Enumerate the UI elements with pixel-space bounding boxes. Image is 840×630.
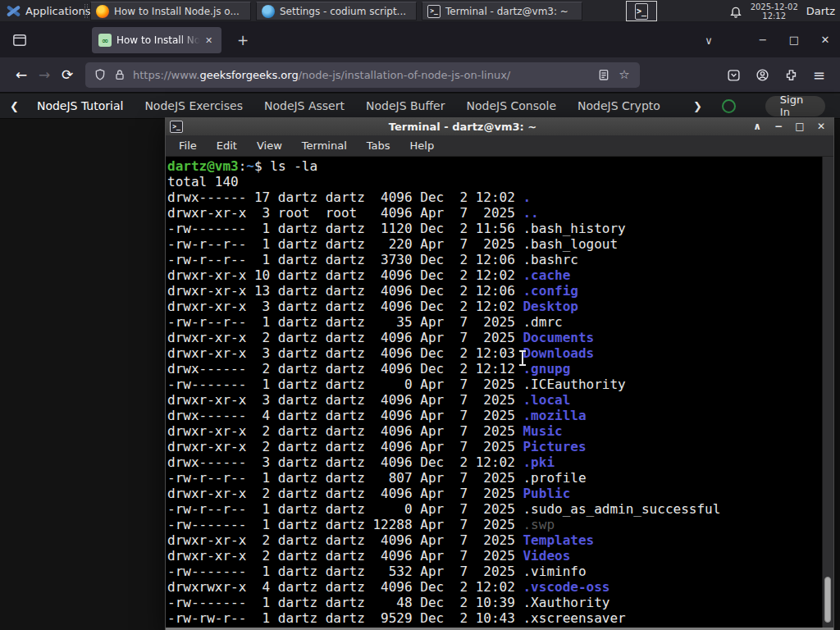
file-name: .dmrc [523, 314, 562, 330]
url-bar[interactable]: https://www.geeksforgeeks.org/node-js/in… [85, 62, 640, 88]
terminal-line: drwxr-xr-x 2 dartz dartz 4096 Apr 7 2025… [167, 439, 820, 454]
lock-icon[interactable] [113, 68, 126, 81]
file-name: .sudo_as_admin_successful [523, 501, 720, 517]
reload-icon[interactable]: ⟳ [56, 63, 79, 86]
file-name: .viminfo [523, 564, 586, 579]
task-button-firefox[interactable]: How to Install Node.js o... [90, 2, 251, 21]
terminal-line: -rw-rw-r-- 1 dartz dartz 9529 Dec 2 10:4… [167, 610, 820, 626]
browser-window-controls: − □ ✕ [753, 29, 835, 50]
tracking-protection-shield-icon[interactable] [94, 68, 107, 81]
file-name: Desktop [523, 299, 578, 314]
terminal-line: drwx------ 3 dartz dartz 4096 Dec 2 12:0… [167, 454, 820, 470]
terminal-scrollbar[interactable] [822, 157, 833, 628]
applications-menu-button[interactable]: Applications [2, 1, 95, 21]
terminal-line: -rw-r--r-- 1 dartz dartz 0 Apr 7 2025 .s… [167, 501, 820, 517]
geeksforgeeks-favicon: ∞ [98, 34, 112, 47]
nav-item-nodejs-tutorial[interactable]: NodeJS Tutorial [37, 99, 123, 112]
nav-item-nodejs-crypto[interactable]: NodeJS Crypto [578, 99, 660, 112]
menu-tabs[interactable]: Tabs [367, 139, 390, 152]
terminal-line: -rw-r--r-- 1 dartz dartz 35 Apr 7 2025 .… [167, 314, 820, 330]
task-button-terminal[interactable]: >_Terminal - dartz@vm3: ~ [422, 2, 582, 21]
firefox-icon [96, 5, 109, 18]
applications-label: Applications [25, 5, 90, 17]
browser-tab-active[interactable]: ∞ How to Install Node.js on ✕ [92, 27, 221, 53]
extensions-icon[interactable] [784, 68, 798, 82]
panel-grip [84, 4, 88, 18]
terminal-line: drwxr-xr-x 2 dartz dartz 4096 Apr 7 2025… [167, 330, 820, 345]
terminal-line: drwxr-xr-x 2 dartz dartz 4096 Apr 7 2025… [167, 532, 820, 548]
terminal-scrollbar-thumb[interactable] [824, 577, 831, 623]
desktop: ∞ How to Install Node.js on ✕ + ∨ − □ ✕ … [0, 0, 840, 630]
panel-tray: 2025-12-02 12:12 Dartz [729, 0, 838, 22]
prompt-cwd: ~ [246, 158, 254, 174]
terminal-line: -rw------- 1 dartz dartz 0 Apr 7 2025 .I… [167, 377, 820, 392]
menu-icon[interactable]: ≡ [813, 66, 825, 84]
file-name: .xscreensaver [523, 610, 625, 626]
file-name: Templates [523, 532, 594, 548]
firefox-view-button[interactable] [8, 29, 31, 52]
terminal-line: drwxr-xr-x 3 root root 4096 Apr 7 2025 .… [167, 205, 820, 221]
prompt-user-host: dartz@vm3 [167, 158, 239, 174]
file-name: .pki [523, 454, 555, 470]
url-text[interactable]: https://www.geeksforgeeks.org/node-js/in… [133, 69, 591, 81]
terminal-minimize-icon[interactable]: − [773, 121, 784, 132]
forward-icon[interactable]: → [33, 63, 56, 86]
list-all-tabs-icon[interactable]: ∨ [699, 30, 719, 50]
terminal-body[interactable]: dartz@vm3:~$ ls -latotal 140drwx------ 1… [166, 157, 833, 628]
terminal-close-icon[interactable]: ✕ [815, 121, 827, 132]
menu-view[interactable]: View [257, 139, 282, 152]
browser-toolbar: ← → ⟳ https://www.geeksforgeeks.org/node… [0, 57, 840, 93]
reader-mode-icon[interactable] [597, 68, 610, 81]
menu-edit[interactable]: Edit [217, 139, 237, 152]
site-nav-items: NodeJS TutorialNodeJS ExercisesNodeJS As… [37, 99, 675, 112]
file-name: .Xauthority [523, 595, 609, 610]
file-name: .cache [523, 267, 570, 283]
menu-help[interactable]: Help [410, 139, 435, 152]
terminal-launcher[interactable]: >_ [626, 1, 657, 21]
nav-item-nodejs-assert[interactable]: NodeJS Assert [264, 99, 345, 112]
nav-item-nodejs-buffer[interactable]: NodeJS Buffer [366, 99, 445, 112]
browser-maximize-icon[interactable]: □ [784, 29, 804, 50]
sign-in-button[interactable]: Sign In [765, 96, 825, 116]
terminal-title-bar[interactable]: >_ Terminal - dartz@vm3: ~ ∧ − □ ✕ [166, 117, 833, 135]
file-name: .gnupg [523, 361, 570, 377]
pocket-icon[interactable] [727, 68, 741, 82]
nav-scroll-right-icon[interactable]: ❯ [693, 100, 702, 112]
task-button-codium[interactable]: Settings - codium script... [256, 2, 417, 21]
file-name: .profile [523, 470, 586, 486]
terminal-line: drwxr-xr-x 2 dartz dartz 4096 Apr 7 2025… [167, 423, 820, 439]
clock-time: 12:12 [751, 11, 798, 21]
task-button-label: How to Install Node.js o... [114, 6, 240, 17]
terminal-menubar: FileEditViewTerminalTabsHelp [166, 135, 833, 157]
nav-item-nodejs-exercises[interactable]: NodeJS Exercises [144, 99, 243, 112]
browser-close-icon[interactable]: ✕ [815, 29, 835, 50]
menu-file[interactable]: File [179, 139, 197, 152]
menu-terminal[interactable]: Terminal [302, 139, 347, 152]
browser-tab-bar: ∞ How to Install Node.js on ✕ + ∨ − □ ✕ [0, 22, 840, 57]
tab-title: How to Install Node.js on [116, 34, 200, 46]
browser-minimize-icon[interactable]: − [753, 29, 773, 50]
terminal-line: -rw-r--r-- 1 dartz dartz 220 Apr 7 2025 … [167, 236, 820, 252]
new-tab-button[interactable]: + [233, 30, 253, 50]
back-icon[interactable]: ← [10, 63, 33, 86]
terminal-maximize-icon[interactable]: □ [794, 121, 806, 132]
file-name: Downloads [523, 345, 594, 361]
terminal-total-line: total 140 [167, 174, 820, 189]
bookmark-star-icon[interactable]: ☆ [617, 67, 632, 82]
terminal-line: -rw------- 1 dartz dartz 12288 Apr 7 202… [167, 517, 820, 532]
terminal-line: -rw------- 1 dartz dartz 532 Apr 7 2025 … [167, 564, 820, 579]
task-button-label: Settings - codium script... [280, 6, 406, 17]
search-icon[interactable] [722, 99, 736, 113]
terminal-line: drwxr-xr-x 3 dartz dartz 4096 Dec 2 12:0… [167, 299, 820, 314]
tab-close-icon[interactable]: ✕ [205, 36, 212, 45]
account-icon[interactable] [756, 68, 769, 82]
notification-bell-icon[interactable] [729, 5, 742, 18]
file-name: .vscode-oss [523, 579, 609, 595]
panel-clock[interactable]: 2025-12-02 12:12 [751, 2, 798, 21]
firefox-view-icon [12, 33, 27, 48]
terminal-output: dartz@vm3:~$ ls -latotal 140drwx------ 1… [167, 158, 820, 626]
clock-date: 2025-12-02 [751, 2, 798, 11]
nav-item-nodejs-console[interactable]: NodeJS Console [466, 99, 556, 112]
nav-scroll-left-icon[interactable]: ❮ [10, 100, 19, 112]
codium-icon [262, 5, 275, 18]
